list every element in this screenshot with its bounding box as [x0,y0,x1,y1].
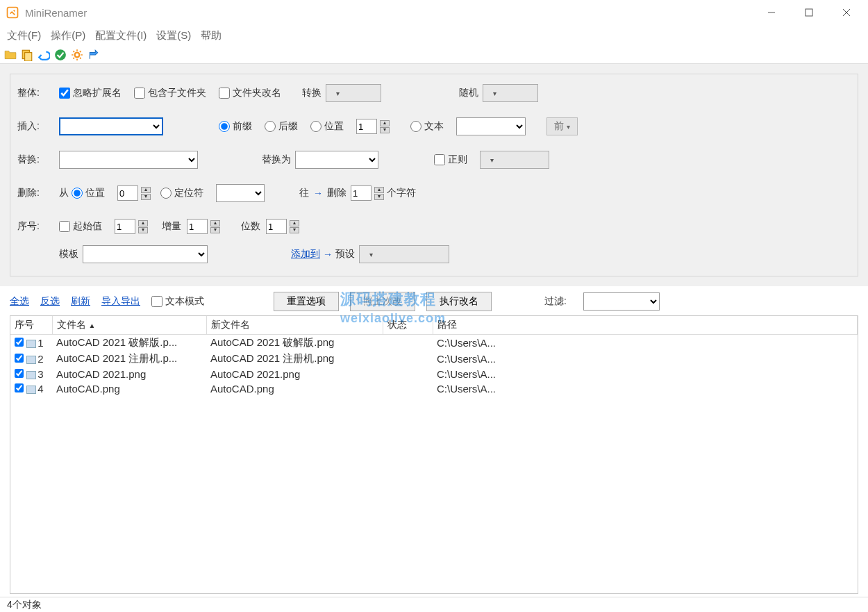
row-delete: 删除: 从 位置 ▴▾ 定位符 往 → 删除 ▴▾ 个字符 [17,181,851,205]
link-import-export[interactable]: 导入导出 [101,295,140,308]
statusbar: 4个对象 [0,597,868,612]
label-replace-with: 替换为 [262,154,291,166]
select-regex[interactable]: ▾ [480,151,549,169]
menu-profiles[interactable]: 配置文件(I) [95,29,147,42]
close-button[interactable] [831,2,862,23]
input-replace-from[interactable] [59,151,198,169]
row-checkbox[interactable] [15,369,24,378]
row-checkbox[interactable] [15,383,24,392]
input-del-count[interactable] [351,185,372,201]
link-refresh[interactable]: 刷新 [71,295,90,308]
cell-path: C:\Users\A... [433,351,858,367]
spinner-incr[interactable]: ▴▾ [210,220,220,233]
label-filter: 过滤: [544,295,567,308]
checkbox-ignore-ext[interactable]: 忽略扩展名 [59,87,122,99]
cell-newname: AutoCAD.png [206,381,383,396]
label-to: 往 [299,187,309,199]
spinner-del-count[interactable]: ▴▾ [374,187,384,200]
svg-rect-6 [25,52,32,60]
minimize-button[interactable] [756,2,787,23]
button-front[interactable]: 前 ▾ [546,117,578,135]
row-insert: 插入: 前缀 后缀 位置 ▴▾ 文本 前 ▾ [17,115,851,138]
input-text[interactable] [456,117,526,135]
col-path[interactable]: 路径 [433,316,858,335]
spinner-digits[interactable]: ▴▾ [290,220,299,233]
radio-prefix[interactable]: 前缀 [219,120,252,133]
input-start[interactable] [115,219,135,234]
select-random[interactable]: ▾ [483,84,538,102]
label-whole: 整体: [17,87,59,99]
input-locator[interactable] [216,184,265,202]
row-checkbox[interactable] [15,338,24,347]
menu-settings[interactable]: 设置(S) [156,29,191,42]
maximize-button[interactable] [793,2,825,23]
gear-icon[interactable] [71,49,83,61]
menu-ops[interactable]: 操作(P) [51,29,85,42]
arrow-to-icon[interactable]: → [313,188,323,199]
input-replace-to[interactable] [295,151,378,169]
table-row[interactable]: 1AutoCAD 2021 破解版.p...AutoCAD 2021 破解版.p… [10,335,858,352]
button-reset[interactable]: 重置选项 [274,292,339,311]
copy-icon[interactable] [21,49,33,61]
cell-fname: AutoCAD 2021 注册机.p... [52,351,206,367]
menu-file[interactable]: 文件(F) [7,29,41,42]
input-template[interactable] [83,245,208,263]
menu-help[interactable]: 帮助 [201,29,222,42]
col-newname[interactable]: 新文件名 [206,316,383,335]
link-invert[interactable]: 反选 [40,295,60,308]
undo-icon[interactable] [37,49,50,61]
radio-text[interactable]: 文本 [410,120,444,133]
link-select-all[interactable]: 全选 [10,295,29,308]
col-fname[interactable]: 文件名▲ [52,316,206,335]
check-icon[interactable] [54,49,67,61]
checkbox-regex[interactable]: 正则 [434,154,467,166]
select-convert[interactable]: ▾ [326,84,381,102]
row-seq: 序号: 起始值 ▴▾ 增量 ▴▾ 位数 ▴▾ [17,215,851,238]
select-preset[interactable]: ▾ [359,245,449,263]
table-row[interactable]: 4AutoCAD.pngAutoCAD.pngC:\Users\A... [10,381,858,396]
input-insert[interactable] [59,117,163,135]
link-addto[interactable]: 添加到 [291,248,320,260]
input-digits[interactable] [266,219,287,234]
spinner-del-pos[interactable]: ▴▾ [141,187,151,200]
file-icon [26,371,36,379]
row-replace: 替换: 替换为 正则 ▾ [17,148,851,172]
col-idx[interactable]: 序号 [10,316,52,335]
spinner-pos[interactable]: ▴▾ [380,120,390,133]
checkbox-rename-dir[interactable]: 文件夹改名 [219,87,281,99]
svg-point-8 [75,52,80,57]
label-replace: 替换: [17,154,59,166]
table-row[interactable]: 2AutoCAD 2021 注册机.p...AutoCAD 2021 注册机.p… [10,351,858,367]
folder-icon[interactable] [4,49,17,61]
radio-locator[interactable]: 定位符 [160,187,203,199]
file-table: 序号 文件名▲ 新文件名 状态 路径 1AutoCAD 2021 破解版.p..… [10,315,858,594]
label-from: 从 [59,187,69,199]
spinner-start[interactable]: ▴▾ [138,220,148,233]
cell-fname: AutoCAD 2021 破解版.p... [52,335,206,352]
table-header: 序号 文件名▲ 新文件名 状态 路径 [10,316,858,335]
checkbox-include-sub[interactable]: 包含子文件夹 [134,87,206,99]
window-controls [756,2,862,23]
label-random: 随机 [459,87,478,99]
checkbox-text-mode[interactable]: 文本模式 [151,295,204,308]
table-row[interactable]: 3AutoCAD 2021.pngAutoCAD 2021.pngC:\User… [10,367,858,381]
row-checkbox[interactable] [15,354,24,363]
label-template: 模板 [59,248,78,260]
pin-icon[interactable] [87,49,100,61]
button-last[interactable]: 照上次改 [350,292,415,311]
app-window: MiniRenamer 文件(F) 操作(P) 配置文件(I) 设置(S) 帮助… [0,0,868,612]
checkbox-start[interactable]: 起始值 [59,220,102,233]
input-del-pos[interactable] [117,185,138,201]
radio-suffix[interactable]: 后缀 [265,120,298,133]
cell-newname: AutoCAD 2021 注册机.png [206,351,383,367]
button-exec[interactable]: 执行改名 [426,292,492,311]
col-status[interactable]: 状态 [383,316,433,335]
input-filter[interactable] [583,292,660,311]
radio-del-position[interactable]: 位置 [72,187,105,199]
file-icon [26,340,36,348]
input-incr[interactable] [187,219,208,234]
radio-position[interactable]: 位置 [310,120,344,133]
cell-newname: AutoCAD 2021.png [206,367,383,381]
app-icon [6,6,19,19]
input-pos[interactable] [356,119,377,134]
